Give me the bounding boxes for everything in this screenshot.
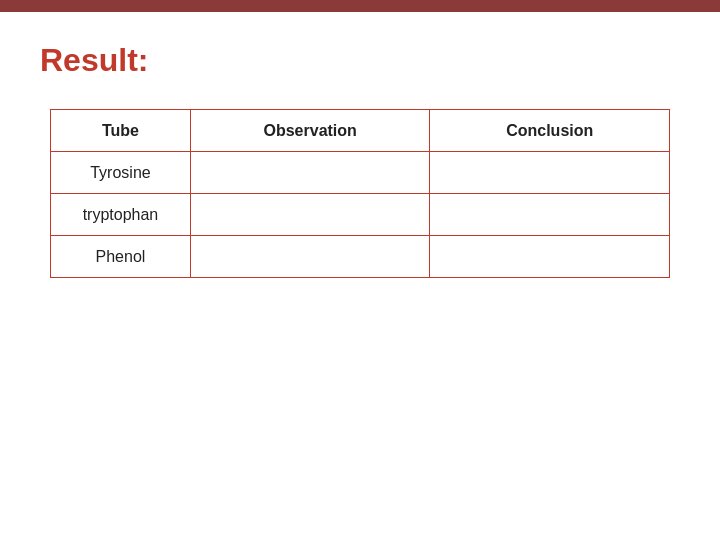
page-title: Result: — [40, 42, 680, 79]
cell-observation-2 — [190, 236, 430, 278]
top-bar — [0, 0, 720, 12]
cell-tube-1: tryptophan — [51, 194, 191, 236]
header-tube: Tube — [51, 110, 191, 152]
cell-tube-2: Phenol — [51, 236, 191, 278]
result-table: Tube Observation Conclusion Tyrosinetryp… — [50, 109, 670, 278]
table-row: tryptophan — [51, 194, 670, 236]
cell-observation-1 — [190, 194, 430, 236]
header-conclusion: Conclusion — [430, 110, 670, 152]
cell-conclusion-0 — [430, 152, 670, 194]
page-content: Result: Tube Observation Conclusion Tyro… — [0, 12, 720, 308]
header-observation: Observation — [190, 110, 430, 152]
table-row: Phenol — [51, 236, 670, 278]
cell-conclusion-1 — [430, 194, 670, 236]
table-row: Tyrosine — [51, 152, 670, 194]
cell-observation-0 — [190, 152, 430, 194]
table-header-row: Tube Observation Conclusion — [51, 110, 670, 152]
cell-conclusion-2 — [430, 236, 670, 278]
cell-tube-0: Tyrosine — [51, 152, 191, 194]
